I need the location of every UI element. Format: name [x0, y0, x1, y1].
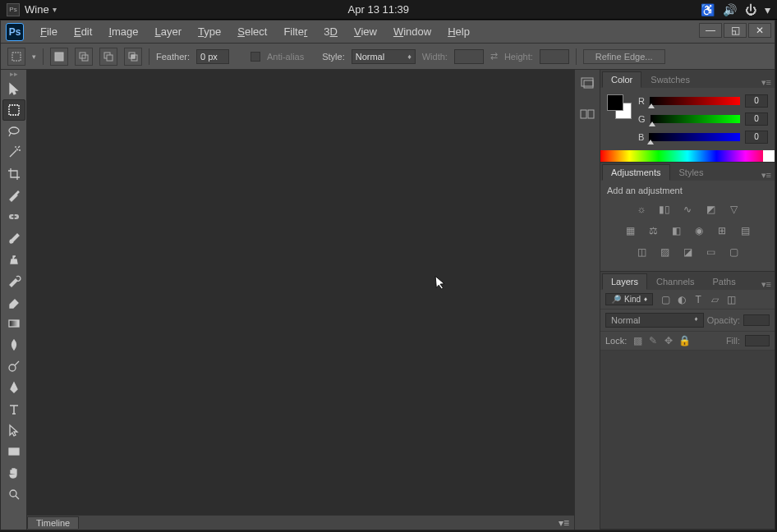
- adj-balance-icon[interactable]: ⚖: [646, 223, 660, 238]
- adj-curves-icon[interactable]: ∿: [680, 202, 695, 217]
- intersect-selection-button[interactable]: [124, 48, 142, 66]
- filter-pixel-icon[interactable]: ▢: [660, 294, 671, 305]
- accessibility-icon[interactable]: ♿: [701, 3, 715, 16]
- new-selection-button[interactable]: [50, 48, 68, 66]
- swap-dimensions-icon[interactable]: ⇄: [490, 51, 498, 62]
- adj-bw-icon[interactable]: ◧: [669, 223, 683, 238]
- style-select[interactable]: Normal♦: [352, 49, 416, 64]
- opacity-input[interactable]: [743, 314, 770, 326]
- blend-mode-select[interactable]: Normal♦: [605, 313, 704, 328]
- menu-layer[interactable]: Layer: [147, 22, 191, 41]
- adj-levels-icon[interactable]: ▮▯: [657, 202, 672, 217]
- color-panel-menu-icon[interactable]: ▾≡: [761, 77, 771, 88]
- minimize-button[interactable]: —: [699, 23, 722, 38]
- path-selection-tool[interactable]: [2, 420, 25, 441]
- channels-panel-tab[interactable]: Channels: [647, 273, 703, 290]
- g-value[interactable]: 0: [745, 112, 768, 126]
- blur-tool[interactable]: [2, 334, 25, 355]
- history-brush-tool[interactable]: [2, 270, 25, 291]
- layers-panel-menu-icon[interactable]: ▾≡: [761, 279, 771, 290]
- maximize-button[interactable]: ◱: [724, 23, 747, 38]
- menu-select[interactable]: Select: [229, 22, 275, 41]
- lasso-tool[interactable]: [2, 121, 25, 142]
- lock-pixels-icon[interactable]: ✎: [647, 335, 659, 346]
- menu-view[interactable]: View: [346, 22, 385, 41]
- clone-stamp-tool[interactable]: [2, 249, 25, 270]
- adj-vibrance-icon[interactable]: ▽: [726, 202, 741, 217]
- mini-properties-icon[interactable]: [577, 106, 597, 122]
- adj-invert-icon[interactable]: ◫: [634, 245, 649, 259]
- adj-gradient-map-icon[interactable]: ▭: [703, 245, 718, 259]
- add-to-selection-button[interactable]: [75, 48, 93, 66]
- adjustments-panel-menu-icon[interactable]: ▾≡: [761, 170, 771, 181]
- menu-window[interactable]: Window: [385, 22, 439, 41]
- r-value[interactable]: 0: [745, 94, 768, 108]
- menu-3d[interactable]: 3D: [315, 22, 346, 41]
- dodge-tool[interactable]: [2, 355, 25, 377]
- fill-input[interactable]: [745, 335, 770, 346]
- layers-panel-tab[interactable]: Layers: [602, 273, 647, 290]
- g-slider[interactable]: [651, 115, 740, 123]
- swatches-panel-tab[interactable]: Swatches: [641, 71, 699, 88]
- lock-position-icon[interactable]: ✥: [663, 335, 674, 346]
- adj-brightness-icon[interactable]: ☼: [634, 202, 649, 217]
- volume-icon[interactable]: 🔊: [723, 3, 737, 16]
- adj-lookup-icon[interactable]: ▤: [738, 223, 752, 238]
- b-value[interactable]: 0: [745, 131, 768, 144]
- r-slider[interactable]: [650, 97, 740, 105]
- move-tool[interactable]: [2, 78, 25, 99]
- adj-posterize-icon[interactable]: ▨: [657, 245, 672, 259]
- toolbox-collapse-icon[interactable]: ▸▸: [1, 70, 26, 78]
- filter-adjustment-icon[interactable]: ◐: [676, 294, 687, 305]
- menu-edit[interactable]: Edit: [66, 22, 100, 41]
- canvas-workspace[interactable]: Timeline ▾≡: [27, 70, 574, 530]
- adj-photo-filter-icon[interactable]: ◉: [692, 223, 706, 238]
- paths-panel-tab[interactable]: Paths: [704, 273, 745, 290]
- menu-type[interactable]: Type: [190, 22, 229, 41]
- healing-brush-tool[interactable]: [2, 206, 25, 227]
- styles-panel-tab[interactable]: Styles: [670, 164, 713, 181]
- foreground-color-swatch[interactable]: [607, 94, 623, 111]
- filter-shape-icon[interactable]: ▱: [709, 294, 720, 305]
- layer-filter-kind-select[interactable]: 🔎 Kind ♦: [605, 293, 653, 305]
- crop-tool[interactable]: [2, 163, 25, 185]
- power-icon[interactable]: ⏻: [745, 3, 756, 16]
- layer-list[interactable]: [600, 351, 775, 529]
- eyedropper-tool[interactable]: [2, 185, 25, 206]
- filter-type-icon[interactable]: T: [692, 294, 704, 305]
- adj-threshold-icon[interactable]: ◪: [680, 245, 695, 259]
- zoom-tool[interactable]: [2, 484, 25, 505]
- marquee-tool[interactable]: [2, 99, 25, 121]
- menu-help[interactable]: Help: [439, 22, 478, 41]
- filter-smart-icon[interactable]: ◫: [725, 294, 737, 305]
- gradient-tool[interactable]: [2, 313, 25, 334]
- mini-history-icon[interactable]: [577, 75, 597, 91]
- b-slider[interactable]: [649, 133, 740, 141]
- feather-input[interactable]: [196, 49, 229, 64]
- close-button[interactable]: ✕: [748, 23, 771, 38]
- menu-file[interactable]: File: [32, 22, 66, 41]
- lock-transparency-icon[interactable]: ▩: [632, 335, 643, 346]
- color-ramp[interactable]: [600, 150, 775, 162]
- adj-exposure-icon[interactable]: ◩: [703, 202, 718, 217]
- adj-hue-icon[interactable]: ▦: [623, 223, 637, 238]
- hand-tool[interactable]: [2, 462, 25, 484]
- adj-selective-color-icon[interactable]: ▢: [726, 245, 741, 259]
- timeline-menu-icon[interactable]: ▾≡: [559, 517, 569, 529]
- subtract-from-selection-button[interactable]: [99, 48, 117, 66]
- tray-dropdown-icon[interactable]: ▾: [765, 3, 770, 16]
- color-panel-tab[interactable]: Color: [602, 71, 641, 88]
- rectangle-tool[interactable]: [2, 441, 25, 462]
- running-app-title[interactable]: Wine: [25, 3, 49, 16]
- type-tool[interactable]: [2, 398, 25, 420]
- adj-channel-mixer-icon[interactable]: ⊞: [715, 223, 729, 238]
- refine-edge-button[interactable]: Refine Edge...: [583, 49, 665, 64]
- tool-preset-button[interactable]: [7, 48, 25, 66]
- adjustments-panel-tab[interactable]: Adjustments: [602, 164, 670, 181]
- menu-image[interactable]: Image: [100, 22, 146, 41]
- lock-all-icon[interactable]: 🔒: [678, 335, 690, 346]
- magic-wand-tool[interactable]: [2, 142, 25, 163]
- menu-filter[interactable]: Filter: [275, 22, 315, 41]
- eraser-tool[interactable]: [2, 291, 25, 313]
- antialias-checkbox[interactable]: [251, 52, 260, 62]
